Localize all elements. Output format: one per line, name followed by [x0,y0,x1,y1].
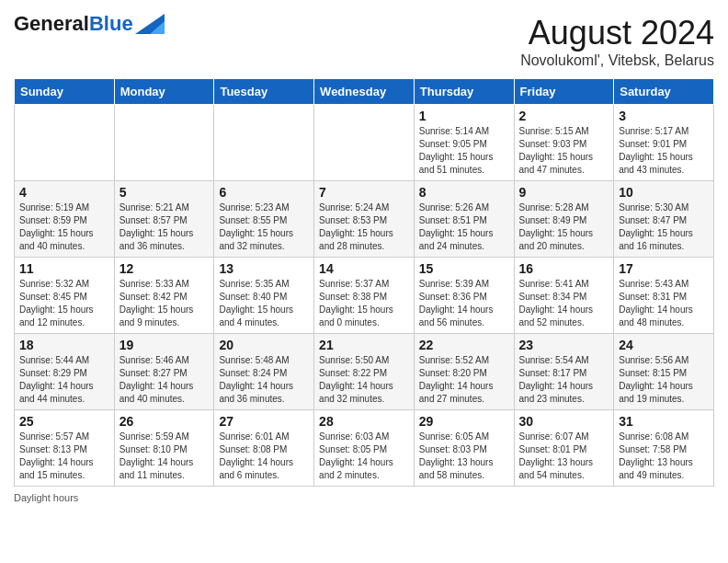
cell-info-text: Sunrise: 5:39 AM Sunset: 8:36 PM Dayligh… [419,278,509,329]
day-header-thursday: Thursday [414,79,514,105]
cell-day-number: 9 [519,185,609,200]
footer-note: Daylight hours [14,492,714,503]
calendar-week-row: 4Sunrise: 5:19 AM Sunset: 8:59 PM Daylig… [15,181,714,258]
cell-info-text: Sunrise: 6:01 AM Sunset: 8:08 PM Dayligh… [219,431,309,482]
day-header-wednesday: Wednesday [314,79,415,105]
logo-icon [135,14,165,34]
cell-info-text: Sunrise: 5:48 AM Sunset: 8:24 PM Dayligh… [219,354,309,406]
day-header-monday: Monday [114,79,214,105]
cell-day-number: 10 [619,185,709,200]
cell-info-text: Sunrise: 5:23 AM Sunset: 8:55 PM Dayligh… [219,201,309,253]
cell-info-text: Sunrise: 5:37 AM Sunset: 8:38 PM Dayligh… [319,278,409,329]
cell-day-number: 25 [19,414,109,429]
cell-day-number: 4 [19,185,109,200]
calendar-cell [15,105,115,181]
cell-day-number: 17 [619,261,709,276]
cell-day-number: 20 [219,338,309,352]
day-header-sunday: Sunday [15,79,115,105]
cell-info-text: Sunrise: 5:24 AM Sunset: 8:53 PM Dayligh… [319,201,409,253]
calendar-cell: 16Sunrise: 5:41 AM Sunset: 8:34 PM Dayli… [514,258,614,334]
cell-info-text: Sunrise: 5:46 AM Sunset: 8:27 PM Dayligh… [119,354,210,406]
day-header-saturday: Saturday [614,79,714,105]
calendar-cell: 21Sunrise: 5:50 AM Sunset: 8:22 PM Dayli… [314,334,415,410]
calendar-cell: 14Sunrise: 5:37 AM Sunset: 8:38 PM Dayli… [314,258,415,334]
cell-day-number: 16 [519,261,609,276]
calendar-cell: 17Sunrise: 5:43 AM Sunset: 8:31 PM Dayli… [614,258,714,334]
cell-info-text: Sunrise: 5:43 AM Sunset: 8:31 PM Dayligh… [619,278,709,329]
cell-info-text: Sunrise: 5:50 AM Sunset: 8:22 PM Dayligh… [319,354,409,406]
cell-day-number: 6 [219,185,309,200]
cell-day-number: 14 [319,261,409,276]
logo: GeneralBlue [14,14,165,34]
calendar-week-row: 25Sunrise: 5:57 AM Sunset: 8:13 PM Dayli… [15,410,714,487]
cell-info-text: Sunrise: 5:41 AM Sunset: 8:34 PM Dayligh… [519,278,609,329]
calendar-cell: 5Sunrise: 5:21 AM Sunset: 8:57 PM Daylig… [114,181,214,258]
calendar-cell: 29Sunrise: 6:05 AM Sunset: 8:03 PM Dayli… [414,410,514,487]
calendar-header-row: SundayMondayTuesdayWednesdayThursdayFrid… [15,79,714,105]
cell-info-text: Sunrise: 5:19 AM Sunset: 8:59 PM Dayligh… [19,201,109,253]
cell-day-number: 13 [219,261,309,276]
daylight-hours-label: Daylight hours [14,492,78,503]
cell-day-number: 31 [619,414,709,429]
calendar-cell: 18Sunrise: 5:44 AM Sunset: 8:29 PM Dayli… [15,334,115,410]
cell-info-text: Sunrise: 5:59 AM Sunset: 8:10 PM Dayligh… [119,431,210,482]
calendar-cell: 25Sunrise: 5:57 AM Sunset: 8:13 PM Dayli… [15,410,115,487]
cell-info-text: Sunrise: 5:54 AM Sunset: 8:17 PM Dayligh… [519,354,609,406]
calendar-cell: 31Sunrise: 6:08 AM Sunset: 7:58 PM Dayli… [614,410,714,487]
cell-day-number: 24 [619,338,709,352]
calendar-cell [314,105,415,181]
cell-day-number: 3 [619,109,709,123]
cell-info-text: Sunrise: 5:44 AM Sunset: 8:29 PM Dayligh… [19,354,109,406]
cell-day-number: 23 [519,338,609,352]
cell-day-number: 15 [419,261,509,276]
cell-day-number: 26 [119,414,210,429]
cell-info-text: Sunrise: 5:14 AM Sunset: 9:05 PM Dayligh… [419,125,509,177]
calendar-cell: 4Sunrise: 5:19 AM Sunset: 8:59 PM Daylig… [15,181,115,258]
cell-day-number: 28 [319,414,409,429]
calendar-cell: 11Sunrise: 5:32 AM Sunset: 8:45 PM Dayli… [15,258,115,334]
logo-general: General [14,12,89,35]
cell-day-number: 30 [519,414,609,429]
logo-text: GeneralBlue [14,14,133,34]
calendar-week-row: 18Sunrise: 5:44 AM Sunset: 8:29 PM Dayli… [15,334,714,410]
month-title: August 2024 [520,14,714,52]
location-title: Novolukoml', Vitebsk, Belarus [520,52,714,69]
cell-day-number: 5 [119,185,210,200]
calendar-cell: 28Sunrise: 6:03 AM Sunset: 8:05 PM Dayli… [314,410,415,487]
cell-info-text: Sunrise: 6:03 AM Sunset: 8:05 PM Dayligh… [319,431,409,482]
calendar-cell: 19Sunrise: 5:46 AM Sunset: 8:27 PM Dayli… [114,334,214,410]
calendar-cell: 24Sunrise: 5:56 AM Sunset: 8:15 PM Dayli… [614,334,714,410]
cell-info-text: Sunrise: 6:05 AM Sunset: 8:03 PM Dayligh… [419,431,509,482]
day-header-tuesday: Tuesday [214,79,314,105]
cell-day-number: 8 [419,185,509,200]
cell-day-number: 2 [519,109,609,123]
page-header: GeneralBlue August 2024 Novolukoml', Vit… [14,14,714,69]
cell-info-text: Sunrise: 5:28 AM Sunset: 8:49 PM Dayligh… [519,201,609,253]
calendar-cell: 30Sunrise: 6:07 AM Sunset: 8:01 PM Dayli… [514,410,614,487]
title-block: August 2024 Novolukoml', Vitebsk, Belaru… [520,14,714,69]
calendar-cell: 12Sunrise: 5:33 AM Sunset: 8:42 PM Dayli… [114,258,214,334]
cell-info-text: Sunrise: 5:15 AM Sunset: 9:03 PM Dayligh… [519,125,609,177]
calendar-cell: 23Sunrise: 5:54 AM Sunset: 8:17 PM Dayli… [514,334,614,410]
calendar-cell: 1Sunrise: 5:14 AM Sunset: 9:05 PM Daylig… [414,105,514,181]
logo-blue: Blue [89,12,133,35]
calendar-cell: 7Sunrise: 5:24 AM Sunset: 8:53 PM Daylig… [314,181,415,258]
calendar-week-row: 11Sunrise: 5:32 AM Sunset: 8:45 PM Dayli… [15,258,714,334]
cell-day-number: 1 [419,109,509,123]
cell-day-number: 7 [319,185,409,200]
calendar-cell: 9Sunrise: 5:28 AM Sunset: 8:49 PM Daylig… [514,181,614,258]
calendar-cell: 20Sunrise: 5:48 AM Sunset: 8:24 PM Dayli… [214,334,314,410]
cell-info-text: Sunrise: 5:56 AM Sunset: 8:15 PM Dayligh… [619,354,709,406]
cell-info-text: Sunrise: 5:57 AM Sunset: 8:13 PM Dayligh… [19,431,109,482]
calendar-cell: 27Sunrise: 6:01 AM Sunset: 8:08 PM Dayli… [214,410,314,487]
calendar-cell: 13Sunrise: 5:35 AM Sunset: 8:40 PM Dayli… [214,258,314,334]
calendar-cell: 26Sunrise: 5:59 AM Sunset: 8:10 PM Dayli… [114,410,214,487]
cell-info-text: Sunrise: 6:07 AM Sunset: 8:01 PM Dayligh… [519,431,609,482]
calendar-cell: 8Sunrise: 5:26 AM Sunset: 8:51 PM Daylig… [414,181,514,258]
cell-day-number: 27 [219,414,309,429]
cell-info-text: Sunrise: 5:26 AM Sunset: 8:51 PM Dayligh… [419,201,509,253]
calendar-week-row: 1Sunrise: 5:14 AM Sunset: 9:05 PM Daylig… [15,105,714,181]
day-header-friday: Friday [514,79,614,105]
cell-day-number: 19 [119,338,210,352]
cell-day-number: 22 [419,338,509,352]
